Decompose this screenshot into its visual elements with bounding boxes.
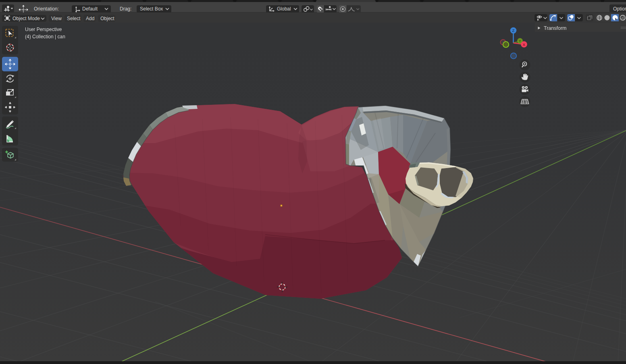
svg-text:Transform: Transform: [544, 25, 567, 31]
svg-text:Y: Y: [519, 39, 522, 43]
svg-text:(4) Collection | can: (4) Collection | can: [25, 34, 65, 40]
svg-text:User Perspective: User Perspective: [25, 27, 62, 32]
svg-text:X: X: [523, 42, 526, 47]
svg-text:Z: Z: [512, 28, 515, 33]
